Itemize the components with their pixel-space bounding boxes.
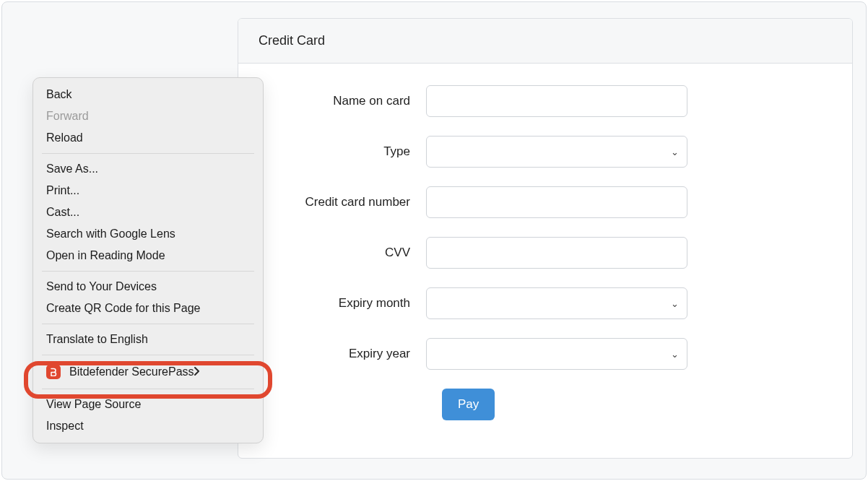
label-name-on-card: Name on card bbox=[267, 94, 426, 108]
ctx-reload[interactable]: Reload bbox=[33, 127, 263, 149]
select-wrap-year: ⌄ bbox=[426, 338, 687, 370]
label-card-number: Credit card number bbox=[267, 195, 426, 209]
page-container: Credit Card Name on card Type ⌄ Credit c… bbox=[1, 1, 867, 480]
input-card-number[interactable] bbox=[426, 186, 687, 218]
pay-button[interactable]: Pay bbox=[442, 389, 495, 420]
ctx-translate[interactable]: Translate to English bbox=[33, 329, 263, 350]
ctx-separator bbox=[42, 355, 254, 355]
ctx-back[interactable]: Back bbox=[33, 84, 263, 105]
select-type[interactable] bbox=[426, 136, 687, 168]
label-expiry-year: Expiry year bbox=[267, 347, 426, 361]
ctx-view-source[interactable]: View Page Source bbox=[33, 394, 263, 415]
ctx-securepass-label: Bitdefender SecurePass bbox=[69, 365, 194, 378]
ctx-save-as[interactable]: Save As... bbox=[33, 158, 263, 180]
input-cvv[interactable] bbox=[426, 237, 687, 269]
ctx-separator bbox=[42, 271, 254, 272]
credit-card-panel: Credit Card Name on card Type ⌄ Credit c… bbox=[238, 18, 853, 459]
row-cvv: CVV bbox=[267, 237, 823, 269]
ctx-inspect[interactable]: Inspect bbox=[33, 415, 263, 437]
row-type: Type ⌄ bbox=[267, 136, 823, 168]
label-type: Type bbox=[267, 144, 426, 159]
row-card-number: Credit card number bbox=[267, 186, 823, 218]
ctx-send-devices[interactable]: Send to Your Devices bbox=[33, 276, 263, 298]
select-expiry-year[interactable] bbox=[426, 338, 687, 370]
ctx-cast[interactable]: Cast... bbox=[33, 202, 263, 223]
ctx-search-lens[interactable]: Search with Google Lens bbox=[33, 223, 263, 245]
input-name-on-card[interactable] bbox=[426, 85, 687, 117]
chevron-right-icon bbox=[194, 365, 200, 378]
ctx-separator bbox=[42, 389, 254, 389]
panel-body: Name on card Type ⌄ Credit card number C… bbox=[238, 64, 852, 449]
row-name: Name on card bbox=[267, 85, 823, 117]
ctx-bitdefender-securepass[interactable]: Bitdefender SecurePass bbox=[33, 360, 263, 384]
bitdefender-icon bbox=[46, 365, 61, 379]
row-expiry-month: Expiry month ⌄ bbox=[267, 287, 823, 319]
ctx-reading-mode[interactable]: Open in Reading Mode bbox=[33, 245, 263, 266]
context-menu: Back Forward Reload Save As... Print... … bbox=[32, 77, 264, 443]
select-expiry-month[interactable] bbox=[426, 287, 687, 319]
ctx-create-qr[interactable]: Create QR Code for this Page bbox=[33, 298, 263, 319]
ctx-forward: Forward bbox=[33, 105, 263, 127]
ctx-print[interactable]: Print... bbox=[33, 180, 263, 202]
panel-title: Credit Card bbox=[238, 19, 852, 64]
label-expiry-month: Expiry month bbox=[267, 296, 426, 311]
ctx-separator bbox=[42, 324, 254, 324]
select-wrap-month: ⌄ bbox=[426, 287, 687, 319]
ctx-separator bbox=[42, 153, 254, 154]
row-expiry-year: Expiry year ⌄ bbox=[267, 338, 823, 370]
label-cvv: CVV bbox=[267, 246, 426, 260]
select-wrap-type: ⌄ bbox=[426, 136, 687, 168]
